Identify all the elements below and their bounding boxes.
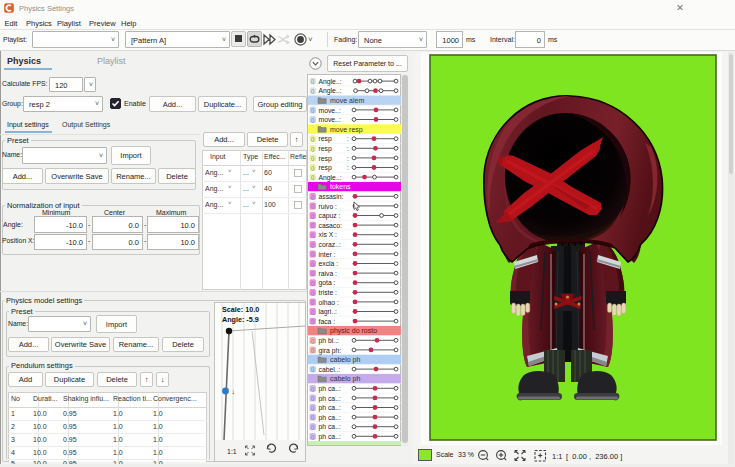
svg-text:inter :: inter :	[319, 251, 336, 258]
svg-text:resp: resp	[319, 164, 332, 172]
svg-text:faca :: faca :	[319, 318, 336, 325]
svg-text:(): ()	[311, 213, 315, 219]
svg-text:(): ()	[311, 232, 315, 238]
svg-text:(): ()	[311, 242, 315, 248]
svg-text:(): ()	[311, 299, 315, 305]
svg-text::: :	[347, 145, 349, 152]
svg-text:capuz :: capuz :	[319, 212, 341, 220]
svg-text:(): ()	[311, 347, 315, 353]
svg-text:[ 0.00 , 236.00 ]: [ 0.00 , 236.00 ]	[566, 452, 622, 461]
svg-text:excla :: excla :	[319, 260, 339, 267]
svg-text:resp: resp	[319, 145, 332, 153]
svg-text:(): ()	[311, 222, 315, 228]
svg-text:assasin:: assasin:	[319, 193, 344, 200]
svg-text:Angle..:: Angle..:	[319, 174, 342, 182]
svg-text:(): ()	[311, 395, 315, 401]
svg-text:(): ()	[311, 414, 315, 420]
svg-text:cabelo ph: cabelo ph	[330, 356, 360, 364]
svg-text:(): ()	[311, 146, 315, 152]
svg-text:(): ()	[311, 194, 315, 200]
svg-text:move alem: move alem	[330, 97, 364, 104]
svg-text::: :	[347, 164, 349, 171]
svg-text:(): ()	[311, 261, 315, 267]
svg-text::: :	[347, 135, 349, 142]
svg-text:cabel..:: cabel..:	[319, 366, 341, 373]
svg-text:casaco:: casaco:	[319, 222, 343, 229]
svg-text:(): ()	[311, 386, 315, 392]
svg-text:ph bi..:: ph bi..:	[319, 337, 340, 345]
svg-text:ruivo :: ruivo :	[319, 203, 338, 210]
svg-text:1:1: 1:1	[227, 448, 237, 455]
svg-text:(): ()	[311, 251, 315, 257]
svg-text:(): ()	[311, 203, 315, 209]
svg-text:tokens: tokens	[330, 183, 351, 190]
svg-text:ph ca..:: ph ca..:	[319, 423, 341, 431]
svg-text:(): ()	[311, 155, 315, 161]
svg-text:ph ca..:: ph ca..:	[319, 395, 341, 403]
svg-text:(): ()	[311, 338, 315, 344]
svg-text:xis X :: xis X :	[319, 231, 338, 238]
svg-text:ph ca..:: ph ca..:	[319, 385, 341, 393]
svg-text:(): ()	[311, 318, 315, 324]
svg-text:(): ()	[311, 78, 315, 84]
svg-text:ph ca..:: ph ca..:	[319, 404, 341, 412]
svg-text:move resp: move resp	[330, 126, 363, 134]
svg-text:↓: ↓	[232, 388, 236, 395]
svg-text:(): ()	[311, 88, 315, 94]
svg-text:ph ca..:: ph ca..:	[319, 433, 341, 441]
svg-text:(): ()	[311, 366, 315, 372]
svg-text:coraz..:: coraz..:	[319, 241, 341, 248]
svg-text:1:1: 1:1	[552, 452, 562, 461]
svg-text:move..:: move..:	[319, 116, 341, 123]
svg-text:resp: resp	[319, 135, 332, 143]
svg-text::: :	[347, 155, 349, 162]
svg-text:triste :: triste :	[319, 289, 338, 296]
svg-text:Angle: -5.9: Angle: -5.9	[222, 315, 259, 324]
svg-text:(): ()	[311, 270, 315, 276]
svg-text:(): ()	[311, 165, 315, 171]
svg-text:(): ()	[311, 117, 315, 123]
svg-text:gota :: gota :	[319, 279, 336, 287]
svg-text:raiva :: raiva :	[319, 270, 338, 277]
svg-text:resp: resp	[319, 155, 332, 163]
svg-text:(): ()	[311, 107, 315, 113]
svg-text:cabelo ph: cabelo ph	[330, 375, 360, 383]
svg-text:ph ca..:: ph ca..:	[319, 414, 341, 422]
svg-text:gira ph:: gira ph:	[319, 347, 342, 355]
svg-text:(): ()	[311, 309, 315, 315]
svg-text:Angle..:: Angle..:	[319, 87, 342, 95]
svg-text:physic do rosto: physic do rosto	[330, 327, 377, 335]
svg-text:Scale: 10.0: Scale: 10.0	[222, 305, 259, 314]
svg-text:(): ()	[311, 424, 315, 430]
svg-text:Angle..:: Angle..:	[319, 78, 342, 86]
svg-text:(): ()	[311, 434, 315, 440]
svg-text:(): ()	[311, 174, 315, 180]
svg-text:(): ()	[311, 280, 315, 286]
svg-text:move..:: move..:	[319, 107, 341, 114]
svg-text:(): ()	[311, 290, 315, 296]
svg-text:olhao :: olhao :	[319, 299, 340, 306]
svg-text:(): ()	[311, 405, 315, 411]
svg-text:(): ()	[311, 136, 315, 142]
svg-text:lagri..:: lagri..:	[319, 308, 338, 316]
